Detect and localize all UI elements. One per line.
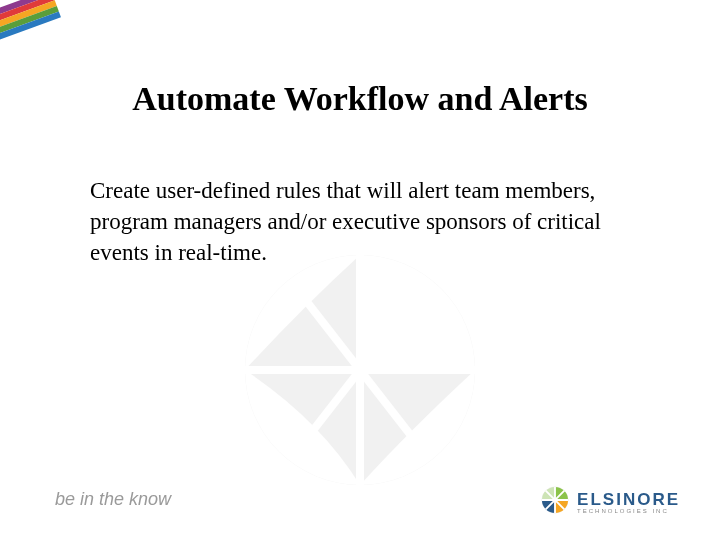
globe-watermark-icon bbox=[240, 250, 480, 490]
corner-ribbon-icon bbox=[0, 0, 70, 50]
footer-logo: ELSINORE TECHNOLOGIES INC bbox=[541, 486, 680, 518]
tagline-text: be in the know bbox=[55, 489, 171, 510]
logo-text: ELSINORE TECHNOLOGIES INC bbox=[577, 491, 680, 514]
slide-body: Create user-defined rules that will aler… bbox=[90, 175, 640, 268]
slide-title: Automate Workflow and Alerts bbox=[0, 80, 720, 118]
brand-subtitle: TECHNOLOGIES INC bbox=[577, 508, 680, 514]
brand-name: ELSINORE bbox=[577, 491, 680, 508]
logo-mark-icon bbox=[541, 486, 569, 518]
